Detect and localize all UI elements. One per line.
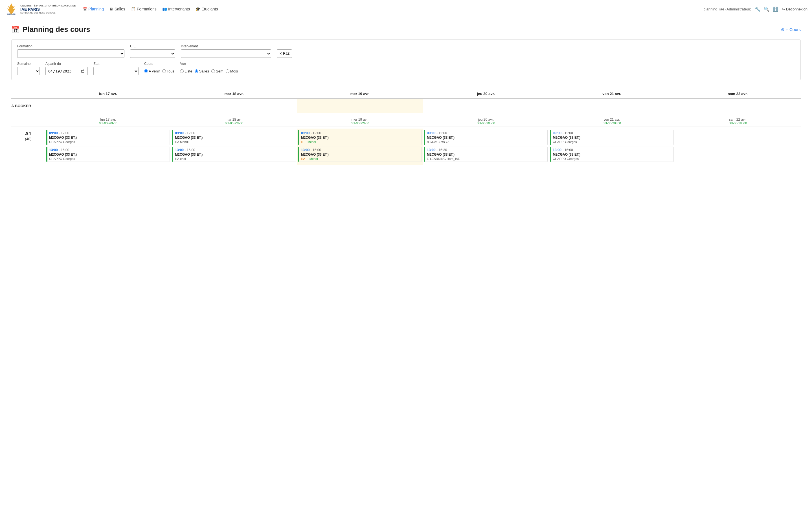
course-persons: E-LEARNING Hors_IAE <box>427 157 546 160</box>
room-header-1: mar 18 avr. 08h00-22h30 <box>171 118 297 125</box>
course-name: M2CGAO (33 ET.) <box>301 153 420 157</box>
etat-select[interactable] <box>93 67 139 75</box>
booker-cell-1 <box>171 99 297 113</box>
room-header-row: lun 17 avr. 08h00-20h00 mar 18 avr. 08h0… <box>11 118 801 127</box>
room-header-0: lun 17 avr. 08h00-20h00 <box>45 118 171 125</box>
booker-row: À BOOKER <box>11 99 801 113</box>
course-time: 13:00 - 16:00 <box>553 148 671 152</box>
info-icon[interactable]: ℹ️ <box>773 6 778 12</box>
course-time: 09:00 - 12:00 <box>49 131 168 135</box>
intervenant-select[interactable] <box>181 49 271 58</box>
filter-cours-group: Cours A venir Tous <box>144 62 174 75</box>
course-card[interactable]: 13:00 - 16:00 M2CGAO (33 ET.) HA Mehdi <box>298 147 422 162</box>
course-card[interactable]: 09:00 - 12:00 M2CGAO (33 ET.) H Mehdi <box>298 130 422 145</box>
course-card[interactable]: 09:00 - 12:00 M2CGAO (33 ET.) A CONFIRME… <box>424 130 548 145</box>
logout-btn[interactable]: ↪ Déconnexion <box>782 7 808 11</box>
cal-header-day-5: sam 22 avr. <box>675 92 801 96</box>
room-header-3: jeu 20 avr. 08h00-20h00 <box>423 118 549 125</box>
room-a1-day-0: 09:00 - 12:00 M2CGAO (33 ET.) CHAPPO Geo… <box>45 128 171 165</box>
course-time: 13:00 - 16:00 <box>301 148 420 152</box>
svg-text:IAE PARIS: IAE PARIS <box>7 13 15 15</box>
course-card[interactable]: 13:00 - 16:30 M2CGAO (33 ET.) E-LEARNING… <box>424 147 548 162</box>
cal-header-day-0: lun 17 avr. <box>45 92 171 96</box>
cours-avenir-label[interactable]: A venir <box>144 69 160 73</box>
course-persons: CHAPPO Georges <box>49 157 168 160</box>
course-card[interactable]: 09:00 - 12:00 M2CGAO (33 ET.) HA Mehdi <box>172 130 296 145</box>
course-persons: H Mehdi <box>301 140 420 144</box>
course-persons: HA Mehdi <box>175 140 294 144</box>
vue-mois-label[interactable]: Mois <box>226 69 238 73</box>
course-card[interactable]: 13:00 - 16:00 M2CGAO (33 ET.) CHAPPO Geo… <box>46 147 170 162</box>
vue-liste-label[interactable]: Liste <box>180 69 192 73</box>
header: IAE PARIS UNIVERSITÉ PARIS 1 PANTHÉON SO… <box>0 0 812 18</box>
logo-univ: UNIVERSITÉ PARIS 1 PANTHÉON SORBONNE <box>20 4 75 7</box>
course-name: M2CGAO (33 ET.) <box>49 135 168 139</box>
room-a1-row: A1 (40) 09:00 - 12:00 M2CGAO (33 ET.) CH… <box>11 128 801 165</box>
search-icon[interactable]: 🔍 <box>764 6 769 12</box>
tools-icon[interactable]: 🔧 <box>755 6 760 12</box>
section-divider <box>11 87 801 87</box>
vue-sem-label[interactable]: Sem <box>211 69 223 73</box>
page-title: 📅 Planning des cours <box>11 25 90 34</box>
logo-school: SORBONNE BUSINESS SCHOOL <box>20 11 75 14</box>
cal-header-day-1: mar 18 avr. <box>171 92 297 96</box>
nav-item-formations[interactable]: 📋 Formations <box>131 7 157 11</box>
header-user: planning_iae (Administrateur) <box>703 7 751 11</box>
planning-icon: 📅 <box>83 7 87 11</box>
cal-header-day-3: jeu 20 avr. <box>423 92 549 96</box>
cal-header-row: lun 17 avr. mar 18 avr. mer 19 avr. jeu … <box>11 92 801 99</box>
vue-salles-label[interactable]: Salles <box>195 69 209 73</box>
nav-item-salles[interactable]: 🖥 Salles <box>109 7 125 11</box>
course-card[interactable]: 13:00 - 16:00 M2CGAO (33 ET.) HA ehdi <box>172 147 296 162</box>
course-card[interactable]: 09:00 - 12:00 M2CGAO (33 ET.) CHAPP' Geo… <box>550 130 673 145</box>
room-header-4: ven 21 avr. 08h00-20h00 <box>549 118 674 125</box>
formations-icon: 📋 <box>131 7 136 11</box>
cours-avenir-radio[interactable] <box>144 69 148 73</box>
ue-select[interactable] <box>130 49 175 58</box>
nav-item-etudiants[interactable]: 🎓 Etudiants <box>196 7 218 11</box>
course-time: 09:00 - 12:00 <box>553 131 671 135</box>
course-name: M2CGAO (33 ET.) <box>175 135 294 139</box>
room-a1-label: A1 (40) <box>11 128 45 143</box>
logout-icon: ↪ <box>782 7 785 11</box>
semaine-select[interactable] <box>17 67 40 75</box>
cours-tous-label[interactable]: Tous <box>162 69 174 73</box>
course-card[interactable]: 13:00 - 16:00 M2CGAO (33 ET.) CHAPPO Geo… <box>550 147 673 162</box>
course-name: M2CGAO (33 ET.) <box>553 153 671 157</box>
course-persons: CHAPPO Georges <box>553 157 671 160</box>
vue-salles-radio[interactable] <box>195 69 198 73</box>
course-time: 09:00 - 12:00 <box>427 131 546 135</box>
booker-cell-4 <box>549 99 674 113</box>
logo-icon: IAE PARIS <box>4 2 18 16</box>
cours-radio-group: A venir Tous <box>144 67 174 75</box>
course-time: 09:00 - 12:00 <box>301 131 420 135</box>
plus-icon: ⊕ <box>781 27 784 32</box>
filter-etat-group: Etat <box>93 62 139 75</box>
vue-liste-radio[interactable] <box>180 69 184 73</box>
apartirdu-label: A partir du <box>45 62 88 66</box>
salles-icon: 🖥 <box>109 7 113 11</box>
filter-box: Formation U.E. Intervenant ✕ RàZ <box>11 40 801 80</box>
filter-vue-group: Vue Liste Salles Sem <box>180 62 238 75</box>
cours-tous-radio[interactable] <box>162 69 166 73</box>
course-name: M2CGAO (33 ET.) <box>553 135 671 139</box>
etudiants-icon: 🎓 <box>196 7 200 11</box>
add-cours-button[interactable]: ⊕ + Cours <box>781 27 801 32</box>
semaine-label: Semaine <box>17 62 40 66</box>
nav-item-intervenants[interactable]: 👥 Intervenants <box>162 7 190 11</box>
vue-mois-radio[interactable] <box>226 69 229 73</box>
booker-cell-2 <box>297 99 423 113</box>
main-content: 📅 Planning des cours ⊕ + Cours Formation… <box>0 18 812 172</box>
apartirdu-input[interactable] <box>45 67 88 75</box>
raz-button[interactable]: ✕ RàZ <box>277 49 292 58</box>
filter-row-2: Semaine A partir du Etat Cours <box>17 62 795 75</box>
ue-label: U.E. <box>130 44 175 48</box>
formation-select[interactable] <box>17 49 124 58</box>
course-persons: CHAPPO Georges <box>49 140 168 144</box>
course-name: M2CGAO (33 ET.) <box>175 153 294 157</box>
cal-header-empty <box>11 92 45 96</box>
course-card[interactable]: 09:00 - 12:00 M2CGAO (33 ET.) CHAPPO Geo… <box>46 130 170 145</box>
nav-item-planning[interactable]: 📅 Planning <box>83 7 104 11</box>
vue-sem-radio[interactable] <box>211 69 215 73</box>
filter-row-1: Formation U.E. Intervenant ✕ RàZ <box>17 44 795 58</box>
